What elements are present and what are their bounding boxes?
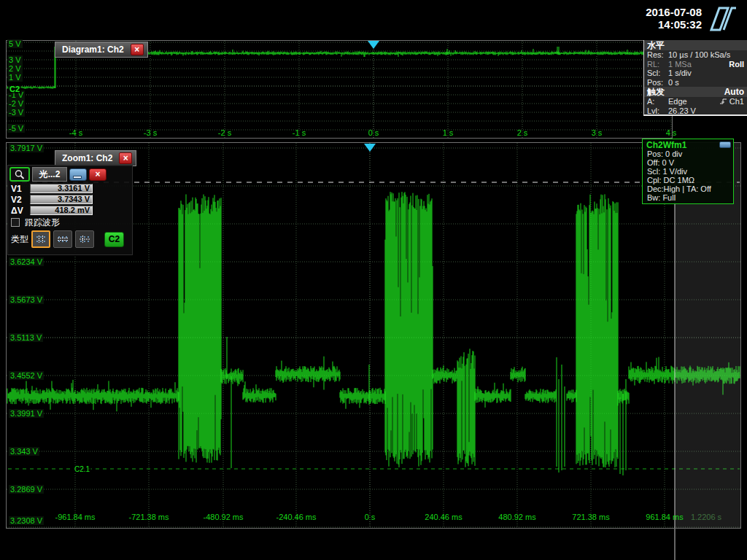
- acquisition-end-time: 1.2206 s: [691, 513, 721, 521]
- diagram1-close-button[interactable]: ×: [131, 44, 144, 55]
- wfm-row-pos: Pos: 0 div: [643, 149, 733, 158]
- trigger-a-row[interactable]: A: Edge Ch1: [644, 97, 747, 106]
- track-waveform-label: 跟踪波形: [25, 217, 60, 229]
- trigger-a-label: A:: [647, 97, 666, 106]
- trigger-title: 触发: [647, 86, 665, 98]
- wfm-titlebar: Ch2Wfm1: [643, 139, 733, 149]
- cursor-type-both-icon: [79, 235, 90, 244]
- minimize-icon: [73, 176, 82, 179]
- resolution-row[interactable]: Res: 10 µs / 100 kSa/s: [644, 50, 747, 60]
- trigger-edge-icon: [719, 98, 727, 105]
- dv-label: ΔV: [11, 206, 26, 216]
- type-label: 类型: [11, 233, 28, 246]
- v1-value-field[interactable]: 3.3161 V: [30, 184, 93, 193]
- trigger-position-marker-main[interactable]: [364, 144, 376, 152]
- rohde-schwarz-logo: [706, 4, 738, 34]
- trigger-type: Edge: [668, 97, 717, 106]
- roll-mode-badge: Roll: [729, 60, 744, 69]
- horizontal-header[interactable]: 水平: [644, 40, 747, 50]
- cursor-type-row: 类型: [8, 229, 132, 249]
- cursor-type-both-button[interactable]: [75, 230, 94, 248]
- dv-value-field[interactable]: 418.2 mV: [30, 206, 93, 215]
- rl-label: RL:: [647, 60, 666, 69]
- track-waveform-checkbox[interactable]: [11, 218, 20, 227]
- wfm-row-scl: Scl: 1 V/div: [643, 167, 733, 176]
- cursor-toolbox-titlebar: 光...2 ×: [8, 166, 132, 183]
- cursor-source-channel-button[interactable]: C2: [104, 232, 124, 247]
- v2-label: V2: [11, 195, 26, 205]
- ch2wfm1-panel[interactable]: Ch2Wfm1 Pos: 0 div Off: 0 V Scl: 1 V/div…: [642, 139, 734, 204]
- trigger-position-marker-top[interactable]: [368, 41, 379, 49]
- track-waveform-row: 跟踪波形: [8, 216, 132, 229]
- wfm-row-off: Off: 0 V: [643, 158, 733, 167]
- date-label: 2016-07-08: [646, 6, 702, 18]
- diagram1-title: Diagram1: Ch2: [62, 44, 124, 55]
- cursor-type-screen-icon: [35, 235, 47, 244]
- res-value: 10 µs / 100 kSa/s: [668, 50, 730, 59]
- cursor-minimize-button[interactable]: [69, 168, 87, 181]
- trigger-source: Ch1: [729, 97, 744, 106]
- magnifier-icon: [14, 169, 26, 179]
- horizontal-trigger-panel: 水平 Res: 10 µs / 100 kSa/s RL: 1 MSa Roll…: [643, 40, 747, 116]
- v1-label: V1: [11, 184, 26, 194]
- scl-label: Scl:: [647, 69, 666, 77]
- lvl-label: Lvl:: [647, 106, 666, 115]
- trigger-header[interactable]: 触发 Auto: [644, 87, 747, 97]
- rl-value: 1 MSa: [668, 60, 692, 69]
- zoom1-title: Zoom1: Ch2: [62, 153, 112, 163]
- time-label: 14:05:32: [646, 18, 702, 31]
- wfm-row-bw: Bw: Full: [643, 193, 733, 202]
- datetime-display: 2016-07-08 14:05:32: [646, 6, 702, 31]
- cursor-type-hline-icon: [57, 235, 69, 244]
- scl-value: 1 s/div: [668, 69, 692, 77]
- cursor-tab[interactable]: 光...2: [32, 167, 67, 182]
- cursor-close-button[interactable]: ×: [89, 168, 107, 181]
- zoom1-close-button[interactable]: ×: [119, 152, 132, 164]
- tab-zoom1[interactable]: Zoom1: Ch2 ×: [55, 150, 136, 166]
- v1-row: V1 3.3161 V: [8, 183, 132, 194]
- wfm-row-cpl: Cpl: DC 1MΩ: [643, 176, 733, 184]
- trigger-level-row[interactable]: Lvl: 26.23 V: [644, 106, 747, 116]
- trigger-mode-badge: Auto: [724, 87, 744, 97]
- tab-diagram1[interactable]: Diagram1: Ch2 ×: [55, 42, 148, 58]
- record-length-row[interactable]: RL: 1 MSa Roll: [644, 60, 747, 69]
- horizontal-title: 水平: [647, 39, 665, 52]
- v2-row: V2 3.7343 V: [8, 194, 132, 205]
- wfm-title: Ch2Wfm1: [646, 140, 686, 150]
- lvl-value: 26.23 V: [668, 106, 696, 115]
- v2-value-field[interactable]: 3.7343 V: [30, 195, 93, 204]
- dv-row: ΔV 418.2 mV: [8, 205, 132, 216]
- zoom-tool-button[interactable]: [9, 167, 30, 182]
- wfm-row-dec: Dec:High | TA: Off: [643, 184, 733, 193]
- res-label: Res:: [647, 50, 666, 59]
- oscilloscope-screen: 5 V3 V2 V1 V-1 V-2 V-3 V-5 V-4 s-3 s-2 s…: [0, 0, 747, 560]
- cursor-type-hline-button[interactable]: [53, 230, 72, 248]
- channel-badge-c2[interactable]: C2: [8, 85, 21, 93]
- cursor-type-screen-button[interactable]: [31, 230, 50, 248]
- scale-row[interactable]: Scl: 1 s/div: [644, 69, 747, 78]
- waveform-ref-badge[interactable]: C2.1: [73, 465, 91, 473]
- cursor-toolbox: 光...2 × V1 3.3161 V V2 3.7343 V ΔV 418.2…: [7, 165, 133, 255]
- wfm-minimize-button[interactable]: [719, 141, 731, 148]
- pos-value: 0 s: [668, 78, 679, 87]
